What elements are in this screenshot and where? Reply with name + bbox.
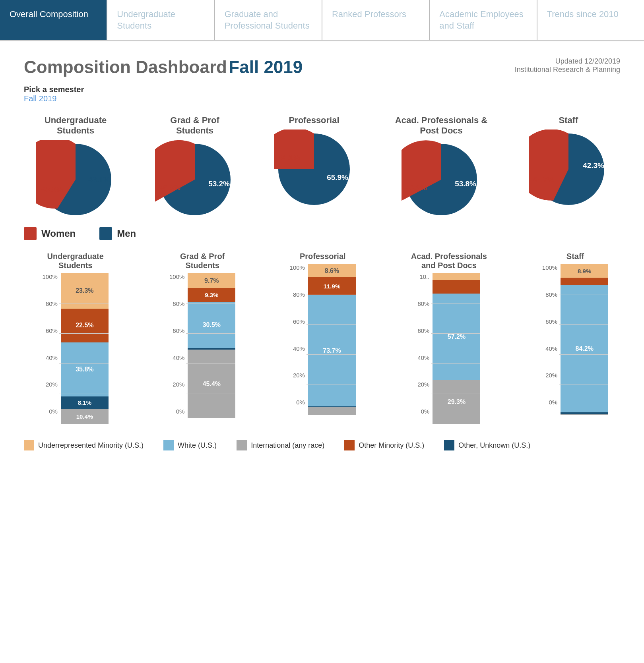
bl-label-intl: International (any race) xyxy=(251,441,324,450)
bar-seg-other-staff xyxy=(561,278,608,285)
pie-men-label-acad: 53.8% xyxy=(455,180,476,188)
pie-title-staff: Staff xyxy=(559,115,578,126)
men-swatch xyxy=(99,227,112,240)
bl-intl: International (any race) xyxy=(237,440,324,450)
legend-men: Men xyxy=(99,227,136,240)
nav-item-ranked[interactable]: Ranked Professors xyxy=(322,0,430,40)
bl-unknown: Other, Unknown (U.S.) xyxy=(444,440,530,450)
bar-seg-other-prof: 11.9% xyxy=(308,277,356,295)
bar-seg-white-staff: 84.2% xyxy=(561,285,608,412)
pie-col-undergrad: Undergraduate Students 53.9% 46.1% xyxy=(36,115,115,219)
source-org: Institutional Research & Planning xyxy=(515,66,620,74)
bar-seg-other-ug: 22.5% xyxy=(61,309,109,342)
men-label: Men xyxy=(117,228,136,239)
bar-col-grad: Grad & Prof Students 100% 80% 60% 40% 20… xyxy=(163,252,242,424)
bar-col-acad: Acad. Professionals and Post Docs 10.. 8… xyxy=(403,252,495,424)
bar-seg-ur-acad xyxy=(433,273,480,280)
bar-seg-ur-prof: 8.6% xyxy=(308,264,356,277)
bl-ur: Underrepresented Minority (U.S.) xyxy=(24,440,144,450)
pie-col-acad: Acad. Professionals & Post Docs 46.2% 53… xyxy=(394,115,489,219)
pie-women-label-prof: 34.1% xyxy=(278,153,300,162)
women-label: Women xyxy=(41,228,76,239)
bar-col-undergrad: Undergraduate Students 100% 80% 60% 40% … xyxy=(36,252,115,424)
bar-seg-intl-prof xyxy=(308,407,356,415)
bar-seg-unknown-ug: 8.1% xyxy=(61,396,109,409)
bar-seg-intl-acad: 29.3% xyxy=(433,380,480,424)
semester-label: Pick a semester xyxy=(24,85,620,94)
women-swatch xyxy=(24,227,37,240)
updated-date: Updated 12/20/2019 xyxy=(515,57,620,66)
bl-other: Other Minority (U.S.) xyxy=(344,440,424,450)
pie-title-acad: Acad. Professionals & Post Docs xyxy=(394,115,489,136)
nav-item-academic[interactable]: Academic Employees and Staff xyxy=(430,0,537,40)
pie-title-undergrad: Undergraduate Students xyxy=(36,115,115,136)
bl-white: White (U.S.) xyxy=(163,440,217,450)
bar-seg-other-grad: 9.3% xyxy=(188,288,235,302)
legend-women: Women xyxy=(24,227,76,240)
bar-seg-ur-grad: 9.7% xyxy=(188,273,235,288)
bar-seg-other-acad xyxy=(433,280,480,294)
bar-seg-white-grad: 30.5% xyxy=(188,302,235,348)
pie-col-prof: Professorial 34.1% 65.9% xyxy=(274,115,354,209)
bar-seg-white-ug: 35.8% xyxy=(61,342,109,396)
bar-seg-intl-grad: 45.4% xyxy=(188,350,235,418)
pie-men-label-ug: 46.1% xyxy=(88,176,110,184)
bl-label-unknown: Other, Unknown (U.S.) xyxy=(458,441,530,450)
bar-seg-white-prof: 73.7% xyxy=(308,295,356,406)
nav-item-grad[interactable]: Graduate and Professional Students xyxy=(215,0,322,40)
bl-swatch-ur xyxy=(24,440,34,450)
pie-title-prof: Professorial xyxy=(289,115,339,126)
bar-title-prof: Professorial xyxy=(300,252,346,261)
bar-col-prof: Professorial 100% 80% 60% 40% 20% 0% 8.6… xyxy=(290,252,356,415)
semester-value[interactable]: Fall 2019 xyxy=(24,94,620,103)
bl-swatch-white xyxy=(163,440,174,450)
bar-title-grad: Grad & Prof Students xyxy=(163,252,242,270)
dashboard-semester-title: Fall 2019 xyxy=(229,57,303,77)
pie-men-label-staff: 42.3% xyxy=(583,161,604,170)
bar-title-acad: Acad. Professionals and Post Docs xyxy=(403,252,495,270)
bl-swatch-unknown xyxy=(444,440,454,450)
bar-seg-ur-staff: 8.9% xyxy=(561,264,608,278)
pie-men-label-prof: 65.9% xyxy=(327,173,348,182)
nav-bar: Overall Composition Undergraduate Studen… xyxy=(0,0,644,41)
pie-col-staff: Staff 57.7% 42.3% xyxy=(529,115,608,209)
bl-label-white: White (U.S.) xyxy=(178,441,217,450)
pie-women-label-ug: 53.9% xyxy=(41,186,63,194)
dashboard-title: Composition Dashboard xyxy=(24,57,227,77)
nav-item-overall[interactable]: Overall Composition xyxy=(0,0,107,40)
bl-swatch-intl xyxy=(237,440,247,450)
pie-title-grad: Grad & Prof Students xyxy=(155,115,235,136)
bl-label-other: Other Minority (U.S.) xyxy=(359,441,424,450)
bar-title-undergrad: Undergraduate Students xyxy=(36,252,115,270)
bar-seg-white-acad: 57.2% xyxy=(433,294,480,380)
pie-women-label-grad: 46.8% xyxy=(159,184,180,192)
bar-seg-intl-ug: 10.4% xyxy=(61,409,109,424)
pie-women-label-acad: 46.2% xyxy=(405,184,427,192)
nav-item-undergrad[interactable]: Undergraduate Students xyxy=(107,0,215,40)
bar-title-staff: Staff xyxy=(566,252,584,261)
pie-col-grad: Grad & Prof Students 46.8% 53.2% xyxy=(155,115,235,219)
pie-men-label-grad: 53.2% xyxy=(208,180,230,188)
pie-women-label-staff: 57.7% xyxy=(533,175,554,184)
nav-item-trends[interactable]: Trends since 2010 xyxy=(537,0,644,40)
bar-col-staff: Staff 100% 80% 60% 40% 20% 0% 8.9% 84.2% xyxy=(542,252,608,415)
bl-swatch-other xyxy=(344,440,355,450)
bl-label-ur: Underrepresented Minority (U.S.) xyxy=(38,441,144,450)
